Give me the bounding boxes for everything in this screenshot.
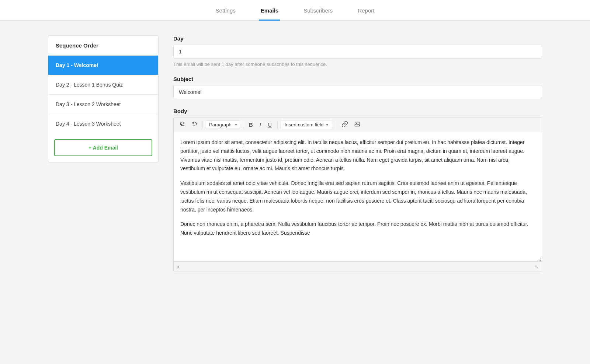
toolbar-separator-4 [336,121,336,129]
sequence-item-day4[interactable]: Day 4 - Lesson 3 Worksheet [48,114,158,133]
toolbar-separator-2 [243,121,243,129]
chevron-down-icon: ▼ [325,123,329,127]
subject-field-group: Subject [173,76,542,99]
sequence-item-day2[interactable]: Day 2 - Lesson 1 Bonus Quiz [48,75,158,95]
tab-subscribers[interactable]: Subscribers [302,1,334,21]
resize-handle-icon[interactable]: ⤡ [534,264,539,270]
underline-button[interactable]: U [265,120,274,129]
tab-settings[interactable]: Settings [214,1,237,21]
undo-button[interactable] [177,120,188,129]
sequence-item-day3[interactable]: Day 3 - Lesson 2 Worksheet [48,95,158,114]
body-label: Body [173,108,542,114]
sequence-item-day1[interactable]: Day 1 - Welcome! [48,56,158,75]
subject-label: Subject [173,76,542,82]
editor-body[interactable]: Lorem ipsum dolor sit amet, consectetur … [174,132,542,261]
bold-button[interactable]: B [246,120,256,129]
day-hint: This email will be sent 1 day after some… [173,62,542,67]
sequence-sidebar: Sequence Order Day 1 - Welcome! Day 2 - … [48,35,159,162]
redo-button[interactable] [189,120,199,129]
editor-footer: p ⤡ [174,261,542,272]
editor-paragraph-3: Donec non rhoncus enim, a pharetra sem. … [180,220,535,238]
paragraph-format-select[interactable]: Paragraph [206,120,240,129]
editor-toolbar: Paragraph B I U Insert custom field ▼ [174,118,542,132]
day-field-group: Day This email will be sent 1 day after … [173,35,542,67]
tab-report[interactable]: Report [356,1,376,21]
subject-input[interactable] [173,85,542,99]
day-input[interactable] [173,45,542,59]
editor-path-indicator: p [177,264,179,269]
editor-paragraph-1: Lorem ipsum dolor sit amet, consectetur … [180,138,535,173]
toolbar-separator-3 [277,121,278,129]
sidebar-title: Sequence Order [48,36,158,56]
insert-custom-field-label: Insert custom field [285,122,324,127]
main-layout: Sequence Order Day 1 - Welcome! Day 2 - … [37,21,553,295]
image-button[interactable] [352,120,363,130]
insert-custom-field-button[interactable]: Insert custom field ▼ [281,120,333,129]
italic-button[interactable]: I [257,120,264,129]
editor-paragraph-2: Vestibulum sodales sit amet odio vitae v… [180,179,535,214]
add-email-button[interactable]: + Add Email [54,139,152,156]
content-area: Day This email will be sent 1 day after … [173,35,542,281]
link-button[interactable] [339,120,350,130]
body-editor: Paragraph B I U Insert custom field ▼ [173,117,542,272]
top-navigation: Settings Emails Subscribers Report [0,0,590,21]
body-field-group: Body [173,108,542,272]
toolbar-separator-1 [202,121,203,129]
tab-emails[interactable]: Emails [259,1,280,21]
day-label: Day [173,35,542,42]
